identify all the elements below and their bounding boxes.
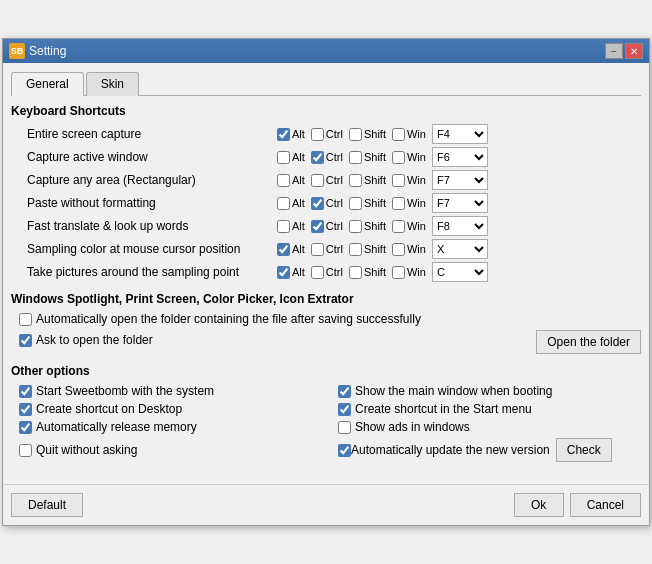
shift-checkbox-4[interactable] bbox=[349, 220, 362, 233]
opt-right-label-3: Automatically update the new version bbox=[351, 443, 550, 457]
ctrl-checkbox-1[interactable] bbox=[311, 151, 324, 164]
opt-right-checkbox-0[interactable] bbox=[338, 385, 351, 398]
ok-button[interactable]: Ok bbox=[514, 493, 564, 517]
tab-skin[interactable]: Skin bbox=[86, 72, 139, 96]
check-button[interactable]: Check bbox=[556, 438, 612, 462]
shortcut-label-4: Fast translate & look up words bbox=[27, 219, 277, 233]
alt-label-0: Alt bbox=[292, 128, 305, 140]
win-checkbox-2[interactable] bbox=[392, 174, 405, 187]
shift-checkbox-1[interactable] bbox=[349, 151, 362, 164]
auto-open-checkbox[interactable] bbox=[19, 313, 32, 326]
win-checkbox-5[interactable] bbox=[392, 243, 405, 256]
shift-checkbox-6[interactable] bbox=[349, 266, 362, 279]
open-folder-button[interactable]: Open the folder bbox=[536, 330, 641, 354]
cancel-button[interactable]: Cancel bbox=[570, 493, 641, 517]
tab-general[interactable]: General bbox=[11, 72, 84, 96]
key-select-3[interactable]: F7F1F2F3F4F5F6F8 bbox=[432, 193, 488, 213]
app-icon: SB bbox=[9, 43, 25, 59]
bottom-row: Automatically update the new version Che… bbox=[338, 438, 641, 462]
win-checkbox-4[interactable] bbox=[392, 220, 405, 233]
ctrl-checkbox-0[interactable] bbox=[311, 128, 324, 141]
title-controls: − ✕ bbox=[605, 43, 643, 59]
opt-left-checkbox-3[interactable] bbox=[19, 444, 32, 457]
win-checkbox-1[interactable] bbox=[392, 151, 405, 164]
auto-open-label: Automatically open the folder containing… bbox=[36, 312, 421, 326]
other-opt-right-0: Show the main window when booting bbox=[338, 384, 641, 398]
footer-right: Ok Cancel bbox=[514, 493, 641, 517]
shortcut-label-5: Sampling color at mouse cursor position bbox=[27, 242, 277, 256]
modifier-group-6: Alt Ctrl Shift Win CXVAF1 bbox=[277, 262, 641, 282]
shortcut-row-4: Fast translate & look up words Alt Ctrl … bbox=[11, 216, 641, 236]
opt-left-checkbox-1[interactable] bbox=[19, 403, 32, 416]
shift-checkbox-2[interactable] bbox=[349, 174, 362, 187]
ask-open-label: Ask to open the folder bbox=[36, 333, 153, 347]
content-area: General Skin Keyboard Shortcuts Entire s… bbox=[3, 63, 649, 480]
minimize-button[interactable]: − bbox=[605, 43, 623, 59]
opt-right-checkbox-1[interactable] bbox=[338, 403, 351, 416]
keyboard-section: Keyboard Shortcuts Entire screen capture… bbox=[11, 104, 641, 282]
ctrl-checkbox-4[interactable] bbox=[311, 220, 324, 233]
title-bar-left: SB Setting bbox=[9, 43, 66, 59]
opt-left-checkbox-2[interactable] bbox=[19, 421, 32, 434]
alt-checkbox-2[interactable] bbox=[277, 174, 290, 187]
shortcut-row-2: Capture any area (Rectangular) Alt Ctrl … bbox=[11, 170, 641, 190]
shortcut-label-2: Capture any area (Rectangular) bbox=[27, 173, 277, 187]
win-checkbox-0[interactable] bbox=[392, 128, 405, 141]
other-opt-right-2: Show ads in windows bbox=[338, 420, 641, 434]
opt-right-label-1: Create shortcut in the Start menu bbox=[355, 402, 532, 416]
shortcut-row-5: Sampling color at mouse cursor position … bbox=[11, 239, 641, 259]
close-button[interactable]: ✕ bbox=[625, 43, 643, 59]
mod-alt-0: Alt bbox=[277, 128, 305, 141]
opt-right-checkbox-3[interactable] bbox=[338, 444, 351, 457]
key-select-2[interactable]: F7F1F2F3F4F5F6F8 bbox=[432, 170, 488, 190]
shortcut-label-3: Paste without formatting bbox=[27, 196, 277, 210]
shift-checkbox-5[interactable] bbox=[349, 243, 362, 256]
win-checkbox-3[interactable] bbox=[392, 197, 405, 210]
shift-checkbox-0[interactable] bbox=[349, 128, 362, 141]
key-select-5[interactable]: XCVAF1 bbox=[432, 239, 488, 259]
opt-right-label-2: Show ads in windows bbox=[355, 420, 470, 434]
ctrl-checkbox-5[interactable] bbox=[311, 243, 324, 256]
shift-checkbox-3[interactable] bbox=[349, 197, 362, 210]
settings-window: SB Setting − ✕ General Skin Keyboard Sho… bbox=[2, 38, 650, 526]
modifier-group-1: Alt Ctrl Shift Win F6F1F2F3F4F5F7F8 bbox=[277, 147, 641, 167]
alt-checkbox-3[interactable] bbox=[277, 197, 290, 210]
window-title: Setting bbox=[29, 44, 66, 58]
other-opt-left-0: Start Sweetbomb with the system bbox=[19, 384, 322, 398]
modifier-group-3: Alt Ctrl Shift Win F7F1F2F3F4F5F6F8 bbox=[277, 193, 641, 213]
key-select-1[interactable]: F6F1F2F3F4F5F7F8 bbox=[432, 147, 488, 167]
ctrl-checkbox-3[interactable] bbox=[311, 197, 324, 210]
win-checkbox-6[interactable] bbox=[392, 266, 405, 279]
opt-left-checkbox-0[interactable] bbox=[19, 385, 32, 398]
keyboard-section-title: Keyboard Shortcuts bbox=[11, 104, 641, 118]
other-opt-left-3: Quit without asking bbox=[19, 438, 322, 462]
auto-open-row: Automatically open the folder containing… bbox=[11, 312, 641, 326]
alt-checkbox-1[interactable] bbox=[277, 151, 290, 164]
ctrl-label-0: Ctrl bbox=[326, 128, 343, 140]
ask-open-checkbox-row: Ask to open the folder bbox=[11, 333, 528, 347]
other-opt-left-1: Create shortcut on Desktop bbox=[19, 402, 322, 416]
alt-checkbox-5[interactable] bbox=[277, 243, 290, 256]
key-select-4[interactable]: F8F1F2F3F4F5F6F7 bbox=[432, 216, 488, 236]
ctrl-checkbox-2[interactable] bbox=[311, 174, 324, 187]
ctrl-checkbox-6[interactable] bbox=[311, 266, 324, 279]
other-opt-right-1: Create shortcut in the Start menu bbox=[338, 402, 641, 416]
alt-checkbox-6[interactable] bbox=[277, 266, 290, 279]
modifier-group-4: Alt Ctrl Shift Win F8F1F2F3F4F5F6F7 bbox=[277, 216, 641, 236]
shift-label-0: Shift bbox=[364, 128, 386, 140]
shortcut-row-3: Paste without formatting Alt Ctrl Shift … bbox=[11, 193, 641, 213]
mod-win-0: Win bbox=[392, 128, 426, 141]
alt-checkbox-0[interactable] bbox=[277, 128, 290, 141]
opt-right-label-0: Show the main window when booting bbox=[355, 384, 552, 398]
opt-left-label-1: Create shortcut on Desktop bbox=[36, 402, 182, 416]
ask-open-checkbox[interactable] bbox=[19, 334, 32, 347]
key-select-6[interactable]: CXVAF1 bbox=[432, 262, 488, 282]
footer: Default Ok Cancel bbox=[3, 484, 649, 525]
alt-checkbox-4[interactable] bbox=[277, 220, 290, 233]
other-options-grid: Start Sweetbomb with the system Show the… bbox=[11, 384, 641, 462]
key-select-0[interactable]: F4F1F2F3F5F6F7F8 bbox=[432, 124, 488, 144]
shortcut-row-1: Capture active window Alt Ctrl Shift Win… bbox=[11, 147, 641, 167]
default-button[interactable]: Default bbox=[11, 493, 83, 517]
opt-right-checkbox-2[interactable] bbox=[338, 421, 351, 434]
opt-left-label-3: Quit without asking bbox=[36, 443, 137, 457]
